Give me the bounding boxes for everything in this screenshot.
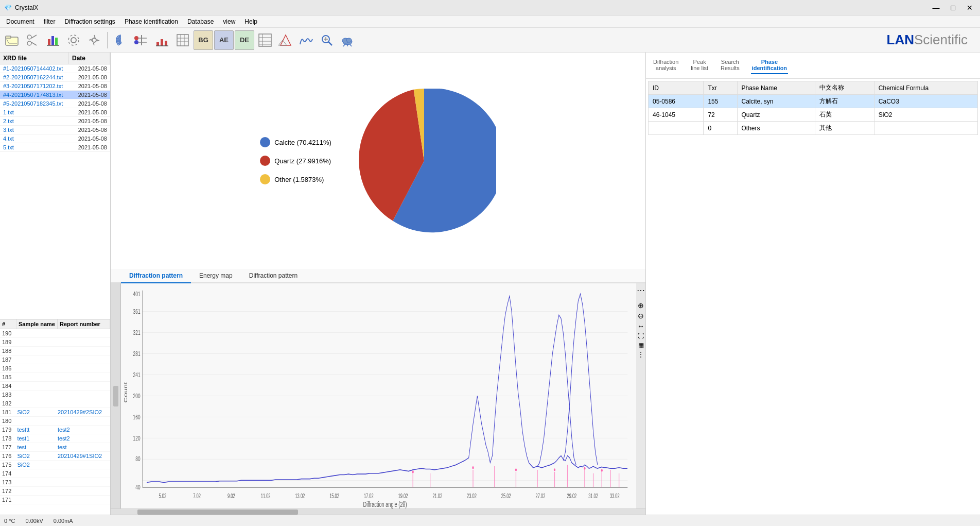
phase-name: Calcite, syn [737, 95, 815, 108]
svg-text:241: 241 [133, 371, 141, 378]
svg-text:401: 401 [133, 290, 141, 297]
grid-button[interactable] [173, 30, 192, 50]
gear-button[interactable] [84, 30, 104, 50]
sample-row[interactable]: 184 [0, 382, 110, 391]
main-area: XRD file Date #1-20210507144402.txt 2021… [0, 53, 980, 515]
search-db-button[interactable] [317, 30, 337, 50]
tab-phase-identification[interactable]: Phaseidentification [751, 57, 788, 74]
sample-row[interactable]: 185 [0, 373, 110, 382]
menu-filter[interactable]: filter [40, 17, 60, 26]
bg-button[interactable]: BG [194, 30, 213, 50]
menu-database[interactable]: Database [183, 17, 218, 26]
mountain-button[interactable] [276, 30, 295, 50]
horizontal-scrollbar[interactable] [111, 508, 645, 515]
zoom-in-button[interactable]: ⊕ [638, 301, 644, 310]
menu-bar: Document filter Diffraction settings Pha… [0, 15, 980, 28]
sample-row[interactable]: 177testtest [0, 443, 110, 452]
de-button[interactable]: DE [235, 30, 254, 50]
xrd-row[interactable]: #1-20210507144402.txt 2021-05-08 [0, 64, 110, 73]
xrd-row[interactable]: 3.txt 2021-05-08 [0, 126, 110, 134]
sample-row[interactable]: 181SiO220210429#2SIO2 [0, 408, 110, 417]
table-button[interactable] [255, 30, 275, 50]
xrd-row[interactable]: 1.txt 2021-05-08 [0, 108, 110, 117]
sample-row[interactable]: 182 [0, 399, 110, 408]
zoom-out-button[interactable]: ⊖ [638, 312, 644, 320]
sample-row[interactable]: 173 [0, 478, 110, 487]
current-status: 0.00mA [54, 518, 73, 524]
chart-button[interactable] [43, 30, 63, 50]
more-button[interactable]: ⋮ [638, 351, 644, 358]
tab-diffraction-pattern[interactable]: Diffraction pattern [121, 269, 191, 283]
scale-button[interactable] [132, 30, 151, 50]
svg-point-102 [601, 469, 603, 472]
phase-name: Quartz [737, 108, 815, 122]
xrd-row[interactable]: 2.txt 2021-05-08 [0, 117, 110, 126]
chart-tabs: Diffraction pattern Energy map Diffracti… [111, 269, 645, 283]
xrd-row[interactable]: #5-20210507182345.txt 2021-05-08 [0, 99, 110, 108]
phase-formula: SiO2 [874, 108, 977, 122]
scrollbar-thumb-h[interactable] [137, 510, 298, 515]
txr-column-header: Txr [704, 81, 737, 95]
phase-row[interactable]: 0 Others 其他 [649, 122, 978, 135]
phase-row[interactable]: 46-1045 72 Quartz 石英 SiO2 [649, 108, 978, 122]
phase-formula: CaCO3 [874, 95, 977, 108]
chart-left-handle[interactable] [111, 283, 121, 508]
sample-row[interactable]: 188 [0, 347, 110, 355]
svg-rect-8 [55, 38, 58, 45]
expand-button[interactable]: ⛶ [638, 332, 644, 340]
sample-row[interactable]: 178test1test2 [0, 434, 110, 443]
phase-chinese: 方解石 [815, 95, 874, 108]
sample-row[interactable]: 180 [0, 417, 110, 426]
settings-button[interactable] [64, 30, 83, 50]
xrd-row[interactable]: #4-20210507174813.txt 2021-05-08 [0, 91, 110, 99]
open-button[interactable] [2, 30, 22, 50]
sample-row[interactable]: 171 [0, 496, 110, 504]
menu-diffraction-settings[interactable]: Diffraction settings [60, 17, 119, 26]
tab-search-results[interactable]: SearchResults [720, 57, 741, 74]
menu-phase-identification[interactable]: Phase identification [120, 17, 182, 26]
menu-view[interactable]: view [219, 17, 239, 26]
sample-row[interactable]: 183 [0, 391, 110, 399]
sample-row[interactable]: 187 [0, 355, 110, 364]
quartz-color-dot [260, 156, 270, 166]
tab-energy-map[interactable]: Energy map [191, 269, 241, 283]
tab-peak-line-list[interactable]: Peakline list [690, 57, 709, 74]
svg-point-2 [27, 41, 31, 45]
xrd-row[interactable]: #3-20210507171202.txt 2021-05-08 [0, 82, 110, 91]
sample-row[interactable]: 172 [0, 487, 110, 496]
svg-text:5.02: 5.02 [159, 493, 167, 499]
svg-text:25.02: 25.02 [501, 493, 511, 499]
chart2-button[interactable] [152, 30, 172, 50]
menu-document[interactable]: Document [2, 17, 39, 26]
dots-menu-button[interactable]: ⋯ [637, 285, 645, 295]
minimize-button[interactable]: — [930, 4, 943, 12]
menu-help[interactable]: Help [240, 17, 261, 26]
sample-row[interactable]: 174 [0, 469, 110, 478]
sample-row[interactable]: 176SiO220210429#1SIO2 [0, 452, 110, 461]
tab-diffraction-analysis[interactable]: Diffractionanalysis [652, 57, 679, 74]
cloud-button[interactable] [338, 30, 357, 50]
ae-button[interactable]: AE [214, 30, 234, 50]
maximize-button[interactable]: □ [948, 4, 958, 12]
phase-row[interactable]: 05-0586 155 Calcite, syn 方解石 CaCO3 [649, 95, 978, 108]
sample-row[interactable]: 179testtttest2 [0, 426, 110, 434]
sample-row[interactable]: 189 [0, 338, 110, 347]
grid-toggle-button[interactable]: ▦ [638, 342, 644, 349]
scissors-button[interactable] [23, 30, 42, 50]
svg-rect-43 [113, 386, 118, 406]
sample-row[interactable]: 190 [0, 329, 110, 338]
tab-diffraction-pattern-2[interactable]: Diffraction pattern [241, 269, 306, 283]
xrd-row[interactable]: 5.txt 2021-05-08 [0, 143, 110, 152]
sample-row[interactable]: 186 [0, 364, 110, 373]
xrd-row[interactable]: #2-20210507162244.txt 2021-05-08 [0, 73, 110, 82]
fingerprint-button[interactable] [111, 30, 131, 50]
phase-chinese: 其他 [815, 122, 874, 135]
fit-button[interactable]: ↔ [637, 322, 644, 330]
diffraction-chart-main: 40 80 120 160 200 241 281 321 361 401 Co… [121, 283, 636, 508]
svg-text:33.02: 33.02 [610, 493, 620, 499]
sample-list-panel: # Sample name Report number 190 189 188 … [0, 319, 110, 515]
xrd-row[interactable]: 4.txt 2021-05-08 [0, 134, 110, 143]
sample-row[interactable]: 175SiO2 [0, 461, 110, 469]
close-button[interactable]: ✕ [964, 4, 976, 12]
wave-button[interactable] [296, 30, 316, 50]
